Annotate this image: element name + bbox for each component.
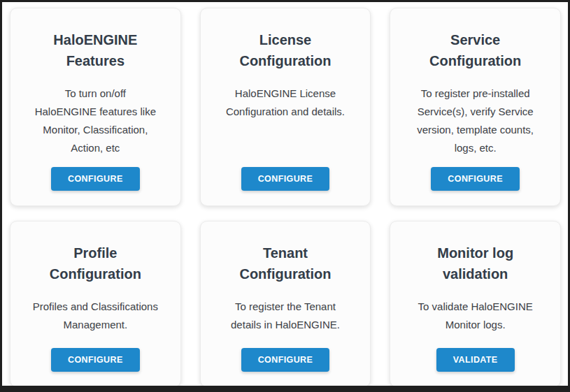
card-description: HaloENGINE License Configuration and det… [226, 85, 345, 121]
card-description: Profiles and Classifications Management. [33, 298, 158, 334]
cards-grid: HaloENGINE Features To turn on/off HaloE… [2, 2, 568, 387]
card-license-configuration: License Configuration HaloENGINE License… [200, 8, 371, 206]
configure-profile-button[interactable]: CONFIGURE [51, 348, 140, 372]
validate-monitor-logs-button[interactable]: VALIDATE [436, 348, 515, 372]
card-monitor-log-validation: Monitor log validation To validate HaloE… [390, 221, 561, 387]
card-haloengine-features: HaloENGINE Features To turn on/off HaloE… [10, 8, 181, 206]
card-title: License Configuration [239, 29, 331, 71]
card-title: Profile Configuration [50, 242, 141, 284]
configure-license-button[interactable]: CONFIGURE [241, 167, 330, 191]
card-service-configuration: Service Configuration To register pre-in… [390, 8, 561, 206]
card-profile-configuration: Profile Configuration Profiles and Class… [10, 221, 181, 387]
card-description: To validate HaloENGINE Monitor logs. [418, 298, 533, 334]
configure-haloengine-features-button[interactable]: CONFIGURE [51, 167, 140, 191]
card-title: Monitor log validation [437, 242, 513, 284]
card-title: Tenant Configuration [239, 242, 331, 284]
card-description: To register pre-installed Service(s), ve… [417, 85, 534, 157]
card-title: Service Configuration [429, 29, 521, 71]
card-description: To register the Tenant details in HaloEN… [231, 298, 340, 334]
configure-tenant-button[interactable]: CONFIGURE [241, 348, 330, 372]
configure-service-button[interactable]: CONFIGURE [431, 167, 520, 191]
card-title: HaloENGINE Features [53, 29, 137, 71]
card-tenant-configuration: Tenant Configuration To register the Ten… [200, 221, 371, 387]
card-description: To turn on/off HaloENGINE features like … [35, 85, 156, 157]
